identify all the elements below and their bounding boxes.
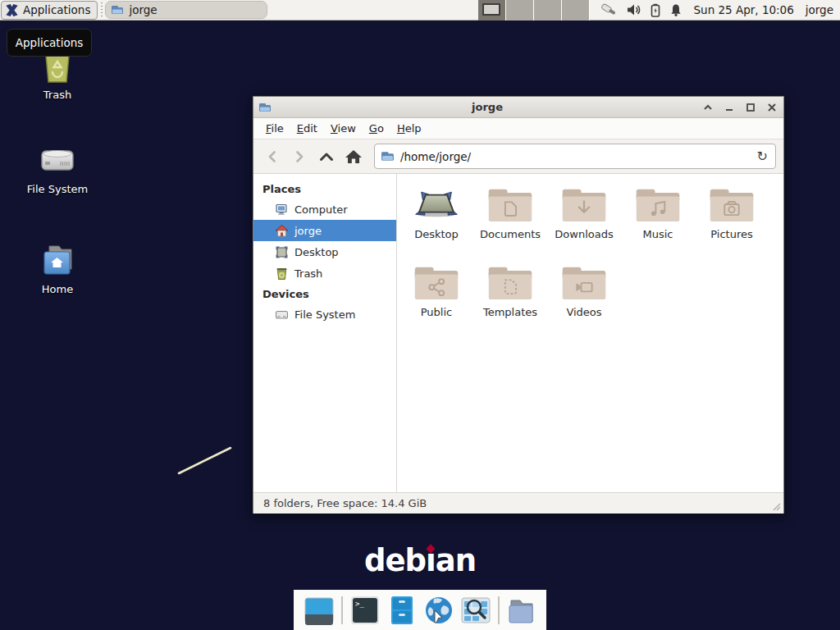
file-label: Pictures [710,228,752,240]
volume-icon[interactable] [627,3,641,16]
folder-public-icon [413,263,459,301]
resize-grip[interactable] [772,502,782,512]
window-title: jorge [272,101,703,113]
sidebar-item-computer[interactable]: Computer [253,199,396,220]
sidebar-item-jorge[interactable]: jorge [253,220,396,241]
debian-text-part2: an [436,543,476,578]
file-item-templates[interactable]: Templates [473,258,547,336]
reload-icon[interactable]: ↻ [756,150,769,163]
file-item-desktop[interactable]: Desktop [399,180,473,258]
sidebar-header-places: Places [253,179,396,199]
location-path[interactable]: /home/jorge/ [400,150,750,163]
hard-drive-icon [38,139,77,179]
file-label: Public [421,306,452,318]
file-view[interactable]: Desktop Documents Downloads Music Pictur… [397,174,783,492]
maximize-button[interactable] [746,103,756,112]
desktop-special-icon [413,185,459,223]
file-label: Downloads [555,228,613,240]
workspace-4[interactable] [562,0,590,21]
web-browser-button[interactable] [424,596,454,625]
terminal-button[interactable]: >_ [350,596,380,625]
desktop-icon-home[interactable]: Home [18,240,97,295]
file-manager-icon [507,596,536,625]
file-item-pictures[interactable]: Pictures [695,180,769,258]
folder-pictures-icon [709,185,755,223]
notification-bell-icon[interactable] [669,3,682,17]
file-item-public[interactable]: Public [399,258,473,336]
sidebar-item-filesystem[interactable]: File System [253,304,396,325]
workspace-2[interactable] [506,0,534,21]
tray-tool-icon[interactable] [600,2,619,18]
folder-icon [111,3,124,16]
web-browser-icon [424,596,454,625]
workspace-1[interactable] [478,0,506,21]
folder-music-icon [635,185,681,223]
sidebar-item-desktop[interactable]: Desktop [253,241,396,262]
file-label: Music [643,228,673,240]
forward-button[interactable] [288,145,311,168]
taskbar-window-label: jorge [129,3,157,16]
panel-clock[interactable]: Sun 25 Apr, 10:06 [694,3,794,16]
workspace-3[interactable] [534,0,562,21]
battery-icon[interactable] [649,3,662,17]
menu-edit[interactable]: Edit [290,119,324,138]
file-label: Videos [566,306,601,318]
applications-menu-button[interactable]: Applications [1,1,98,20]
sidebar: Places Computer jorge [253,174,397,492]
debian-text-part1: deb [364,543,426,578]
folder-downloads-icon [561,185,607,223]
menu-bar: File Edit View Go Help [253,118,783,139]
sidebar-item-trash[interactable]: Trash [253,262,396,284]
toolbar: /home/jorge/ ↻ [253,139,783,174]
svg-text:>_: >_ [355,600,364,608]
hard-drive-icon [275,308,289,322]
tooltip-text: Applications [16,36,83,49]
file-label: Templates [483,306,537,318]
panel-username[interactable]: jorge [806,3,833,16]
sidebar-header-devices: Devices [253,284,396,304]
status-text: 8 folders, Free space: 14.4 GiB [263,497,427,509]
desktop-icon-filesystem[interactable]: File System [18,139,97,195]
folder-documents-icon [487,185,533,223]
file-cabinet-button[interactable] [387,596,417,625]
sidebar-item-label: Computer [294,203,348,216]
up-button[interactable] [315,145,338,168]
menu-file[interactable]: File [259,119,290,138]
home-icon [275,224,289,238]
file-manager-button[interactable] [507,596,536,625]
shade-button[interactable] [703,103,713,112]
window-titlebar[interactable]: jorge [253,97,783,118]
file-item-downloads[interactable]: Downloads [547,180,621,258]
file-item-music[interactable]: Music [621,180,695,258]
minimize-button[interactable] [724,103,734,112]
file-label: Documents [480,228,541,240]
panel-handle[interactable] [99,2,103,18]
dock-separator [498,596,500,624]
app-finder-button[interactable] [461,596,491,625]
file-item-documents[interactable]: Documents [473,180,547,258]
home-button[interactable] [342,145,365,168]
show-desktop-button[interactable] [304,596,334,625]
location-bar[interactable]: /home/jorge/ ↻ [374,144,776,169]
taskbar-window-button[interactable]: jorge [105,1,267,19]
menu-view[interactable]: View [324,119,363,138]
top-panel: Applications jorge Sun 2 [0,0,840,21]
dock: >_ [294,590,546,630]
menu-go[interactable]: Go [363,119,390,138]
computer-icon [275,203,289,217]
menu-help[interactable]: Help [390,119,428,138]
desktop-icon-label: Home [18,283,97,295]
applications-menu-label: Applications [23,3,90,16]
workspace-switcher[interactable] [478,0,590,21]
file-item-videos[interactable]: Videos [547,258,621,336]
desktop-icon-label: Trash [18,89,97,101]
debian-wordmark: debıan [0,543,840,578]
sidebar-item-label: jorge [294,225,322,237]
dock-separator [341,596,343,624]
back-button[interactable] [261,145,284,168]
close-button[interactable] [767,103,777,112]
trash-icon [275,267,289,281]
workspace-window-miniature [482,3,500,16]
sidebar-item-label: Desktop [294,246,339,258]
desktop-artifact-line [176,445,234,477]
